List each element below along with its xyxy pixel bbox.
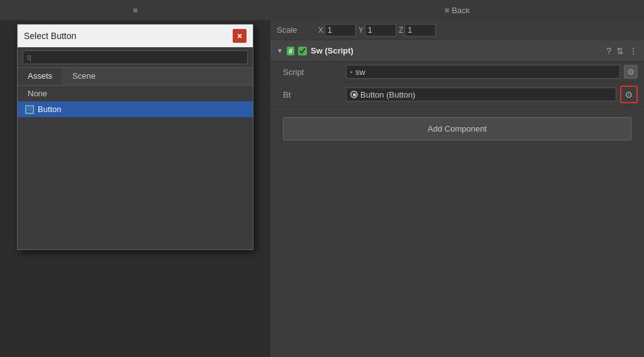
component-header: ▼ # Sw (Script) ? ⇅ ⋮ — [270, 40, 644, 62]
more-options-button[interactable]: ⋮ — [629, 46, 638, 56]
script-file-icon: ▪ — [350, 68, 353, 76]
hamburger-icon: ≡ — [133, 6, 138, 15]
bt-value-group: Button (Button) ⊙ — [346, 86, 638, 103]
script-row: Script ▪ sw ⊙ — [270, 62, 644, 82]
select-button-dialog: Select Button × Assets Scene None ⊡ Butt… — [17, 24, 253, 250]
inspector-panel: ≡ Back Scale X Y Z ▼ # Sw (Script) ? ⇅ — [270, 0, 644, 357]
y-input[interactable] — [365, 24, 396, 37]
top-bar: ≡ Back — [270, 0, 644, 20]
add-component-button[interactable]: Add Component — [283, 117, 631, 140]
list-area: None ⊡ Button — [18, 86, 253, 249]
script-field: ▪ sw — [346, 65, 620, 79]
scale-label: Scale — [277, 25, 314, 35]
x-field: X — [318, 24, 356, 37]
bt-label: Bt — [283, 90, 346, 99]
scale-row: Scale X Y Z — [270, 20, 644, 40]
search-bar — [18, 47, 253, 68]
bt-value-text: Button (Button) — [360, 90, 415, 99]
search-input[interactable] — [23, 50, 248, 64]
radio-dot-inner — [353, 93, 356, 96]
z-input[interactable] — [404, 24, 436, 37]
x-letter: X — [318, 26, 323, 35]
radio-icon — [350, 91, 358, 98]
y-letter: Y — [358, 26, 364, 35]
script-label: Script — [283, 67, 346, 77]
button-item-label: Button — [38, 105, 62, 114]
component-enabled-checkbox[interactable] — [298, 47, 307, 55]
add-component-area: Add Component — [270, 107, 644, 150]
dialog-close-button[interactable]: × — [233, 29, 247, 43]
hash-icon: # — [287, 47, 294, 55]
bt-select-button[interactable]: ⊙ — [620, 86, 638, 103]
tabs-row: Assets Scene — [18, 68, 253, 86]
xyz-group: X Y Z — [318, 24, 638, 37]
collapse-arrow-icon[interactable]: ▼ — [277, 47, 283, 54]
settings-icon-button[interactable]: ⇅ — [616, 46, 624, 56]
z-field: Z — [399, 24, 436, 37]
list-item-button[interactable]: ⊡ Button — [18, 101, 253, 117]
dialog-title: Select Button — [24, 31, 76, 41]
script-value-group: ▪ sw ⊙ — [346, 65, 638, 79]
script-name: sw — [355, 67, 365, 77]
bt-row: Bt Button (Button) ⊙ — [270, 82, 644, 107]
tab-scene[interactable]: Scene — [62, 68, 106, 85]
header-icons: ? ⇅ ⋮ — [606, 46, 638, 56]
y-field: Y — [358, 24, 396, 37]
list-item-none[interactable]: None — [18, 86, 253, 101]
component-title: Sw (Script) — [311, 46, 602, 55]
left-topbar: ≡ — [0, 0, 270, 20]
x-input[interactable] — [325, 24, 356, 37]
dialog-header: Select Button × — [18, 25, 253, 47]
script-select-button[interactable]: ⊙ — [624, 65, 638, 79]
tab-assets[interactable]: Assets — [18, 68, 62, 85]
back-label: ≡ Back — [445, 6, 470, 15]
help-icon-button[interactable]: ? — [606, 46, 611, 56]
z-letter: Z — [399, 26, 403, 35]
cube-icon: ⊡ — [25, 105, 34, 114]
bt-field: Button (Button) — [346, 88, 616, 101]
